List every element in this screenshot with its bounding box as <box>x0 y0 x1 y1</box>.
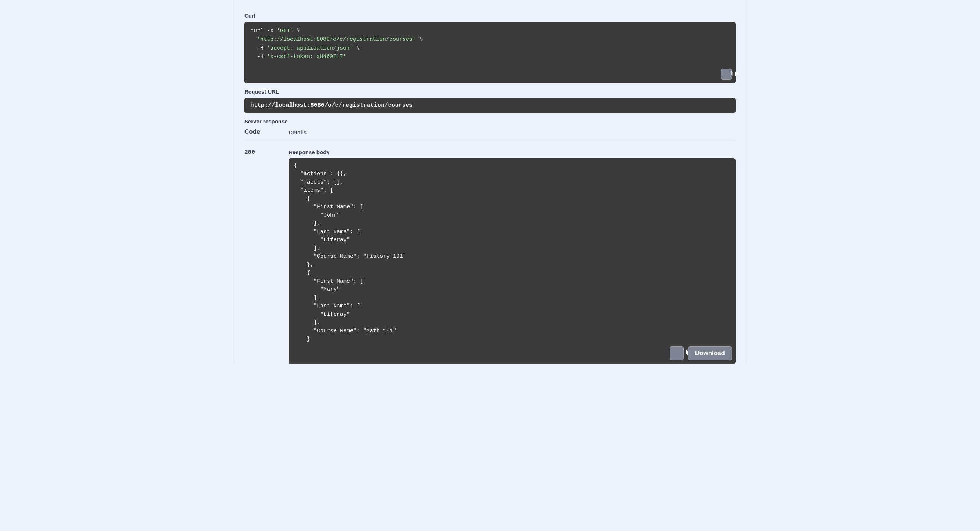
response-panel: Curl curl -X 'GET' \ 'http://localhost:8… <box>233 0 747 364</box>
copy-response-button[interactable] <box>670 346 684 360</box>
curl-label: Curl <box>245 13 735 19</box>
response-details: Response body { "actions": {}, "facets":… <box>288 149 735 364</box>
response-row: 200 Response body { "actions": {}, "face… <box>245 141 735 364</box>
code-column-header: Code <box>245 128 267 135</box>
response-table-header: Code Details <box>245 128 735 141</box>
request-url-value: http://localhost:8080/o/c/registration/c… <box>245 98 735 113</box>
details-column-header: Details <box>288 129 307 135</box>
copy-curl-button[interactable] <box>721 69 732 80</box>
clipboard-icon <box>661 344 692 363</box>
clipboard-icon <box>716 65 735 83</box>
download-button-label: Download <box>695 350 725 357</box>
response-status-code: 200 <box>245 149 267 364</box>
response-table: Code Details 200 Response body { "action… <box>245 128 735 364</box>
server-response-label: Server response <box>245 118 735 125</box>
download-button[interactable]: Download <box>688 346 732 360</box>
response-body-label: Response body <box>288 149 735 155</box>
response-body-codeblock: { "actions": {}, "facets": [], "items": … <box>288 158 735 364</box>
request-url-label: Request URL <box>245 89 735 95</box>
curl-codeblock: curl -X 'GET' \ 'http://localhost:8080/o… <box>245 22 735 83</box>
